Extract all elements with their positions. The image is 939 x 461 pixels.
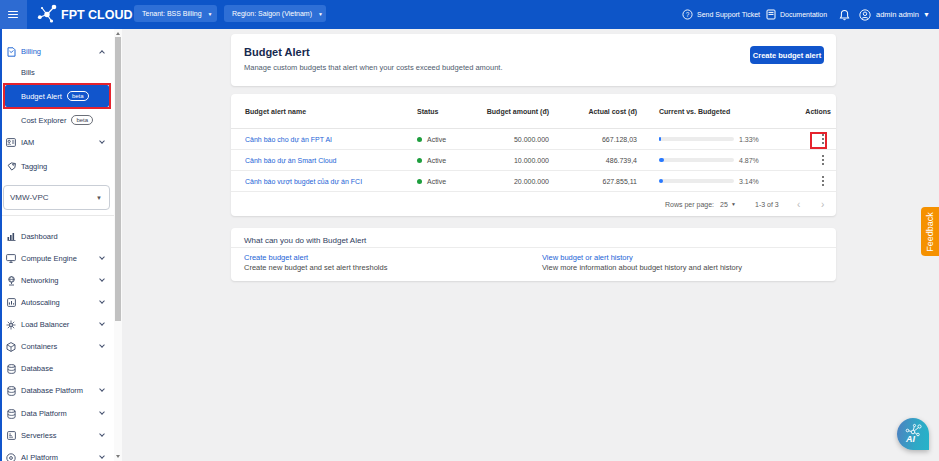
svg-text:?: ? [686,11,690,18]
svg-text:AI: AI [905,434,915,444]
